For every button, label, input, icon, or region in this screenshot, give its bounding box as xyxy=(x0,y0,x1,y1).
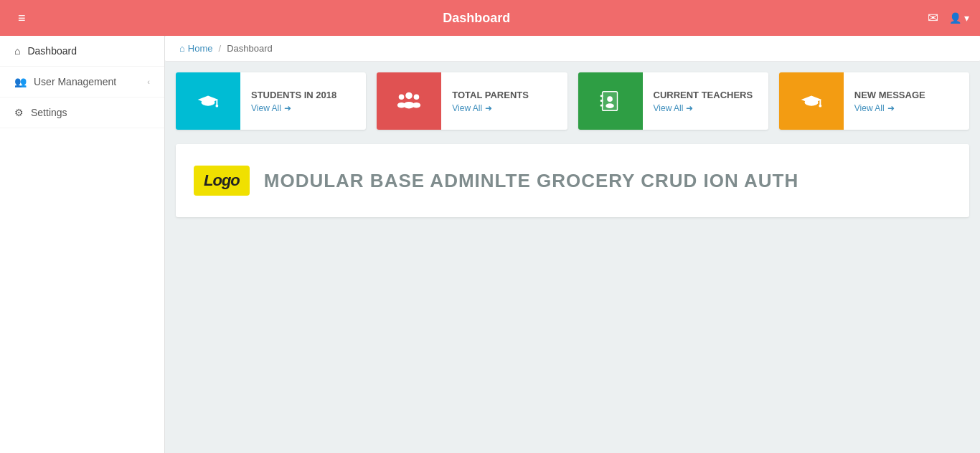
teachers-card-body: CURRENT TEACHERS View All ➜ xyxy=(643,72,764,130)
svg-rect-15 xyxy=(600,100,603,102)
students-card-body: STUDENTS IN 2018 View All ➜ xyxy=(240,72,347,130)
stat-card-students: STUDENTS IN 2018 View All ➜ xyxy=(176,72,366,130)
messages-icon-box xyxy=(779,72,844,130)
svg-point-8 xyxy=(414,95,420,100)
user-dropdown-icon: ▾ xyxy=(964,12,969,24)
banner-tagline: MODULAR BASE ADMINLTE GROCERY CRUD ION A… xyxy=(264,170,798,192)
svg-point-9 xyxy=(413,102,420,108)
svg-point-12 xyxy=(607,96,613,102)
logo-box: Logo xyxy=(194,166,250,196)
logo-banner: Logo MODULAR BASE ADMINLTE GROCERY CRUD … xyxy=(176,144,969,217)
stat-card-messages: NEW MESSAGE View All ➜ xyxy=(779,72,969,130)
main-content: ⌂ Home / Dashboard STUDENTS IN xyxy=(165,36,980,453)
message-graduation-icon xyxy=(798,87,825,115)
breadcrumb-current: Dashboard xyxy=(227,43,273,54)
sidebar-label-settings: Settings xyxy=(31,107,150,118)
arrow-icon: ➜ xyxy=(284,103,291,113)
parents-icon-box xyxy=(377,72,441,130)
chevron-icon: ‹ xyxy=(147,77,150,86)
messages-card-body: NEW MESSAGE View All ➜ xyxy=(844,72,936,130)
svg-point-7 xyxy=(397,102,405,108)
hamburger-button[interactable]: ≡ xyxy=(18,11,26,26)
arrow-icon: ➜ xyxy=(485,103,492,113)
svg-point-6 xyxy=(399,95,405,100)
breadcrumb-home-label: Home xyxy=(188,43,213,54)
svg-rect-14 xyxy=(600,95,603,97)
group-people-icon xyxy=(395,87,423,115)
svg-rect-2 xyxy=(216,100,217,105)
parents-view-all-link[interactable]: View All ➜ xyxy=(452,103,529,113)
navbar-right-section: ✉ 👤 ▾ xyxy=(928,10,969,26)
app-title: Dashboard xyxy=(26,11,928,26)
sidebar-item-dashboard[interactable]: ⌂ Dashboard xyxy=(0,36,164,67)
user-menu[interactable]: 👤 ▾ xyxy=(949,12,969,24)
breadcrumb-home-icon: ⌂ xyxy=(179,43,185,54)
page-layout: ⌂ Dashboard 👥 User Management ‹ ⚙ Settin… xyxy=(0,36,980,453)
stats-cards-row: STUDENTS IN 2018 View All ➜ xyxy=(176,72,969,130)
address-book-icon xyxy=(597,87,624,115)
svg-point-4 xyxy=(406,92,413,100)
teachers-view-all-link[interactable]: View All ➜ xyxy=(654,103,753,113)
students-view-all-link[interactable]: View All ➜ xyxy=(251,103,336,113)
users-icon: 👥 xyxy=(14,76,27,87)
arrow-icon: ➜ xyxy=(686,103,693,113)
top-navbar: ≡ Dashboard ✉ 👤 ▾ xyxy=(0,0,980,36)
breadcrumb: ⌂ Home / Dashboard xyxy=(165,36,980,62)
sidebar-item-user-management[interactable]: 👥 User Management ‹ xyxy=(0,67,164,97)
teachers-card-title: CURRENT TEACHERS xyxy=(654,90,753,100)
gear-icon: ⚙ xyxy=(14,107,24,118)
students-card-title: STUDENTS IN 2018 xyxy=(251,90,336,100)
sidebar: ⌂ Dashboard 👥 User Management ‹ ⚙ Settin… xyxy=(0,36,165,453)
parents-card-body: TOTAL PARENTS View All ➜ xyxy=(441,72,540,130)
sidebar-label-user-management: User Management xyxy=(34,76,147,87)
svg-rect-16 xyxy=(600,105,603,107)
parents-card-title: TOTAL PARENTS xyxy=(452,90,529,100)
graduation-cap-icon xyxy=(194,87,222,115)
messages-card-title: NEW MESSAGE xyxy=(854,90,925,100)
sidebar-label-dashboard: Dashboard xyxy=(27,45,150,57)
arrow-icon: ➜ xyxy=(887,103,895,113)
teachers-icon-box xyxy=(578,72,643,130)
stat-card-teachers: CURRENT TEACHERS View All ➜ xyxy=(578,72,768,130)
svg-marker-18 xyxy=(801,95,822,103)
user-avatar-icon: 👤 xyxy=(949,12,961,24)
messages-view-all-link[interactable]: View All ➜ xyxy=(854,103,925,113)
stat-card-parents: TOTAL PARENTS View All ➜ xyxy=(377,72,567,130)
svg-point-13 xyxy=(606,103,613,108)
svg-point-20 xyxy=(819,105,821,108)
home-icon: ⌂ xyxy=(14,45,20,57)
breadcrumb-home-link[interactable]: ⌂ Home xyxy=(179,43,213,54)
svg-rect-19 xyxy=(819,100,821,105)
svg-marker-1 xyxy=(198,95,219,103)
sidebar-item-settings[interactable]: ⚙ Settings xyxy=(0,97,164,128)
svg-point-3 xyxy=(215,105,218,108)
breadcrumb-separator: / xyxy=(219,43,222,54)
mail-icon[interactable]: ✉ xyxy=(928,10,938,26)
students-icon-box xyxy=(176,72,240,130)
